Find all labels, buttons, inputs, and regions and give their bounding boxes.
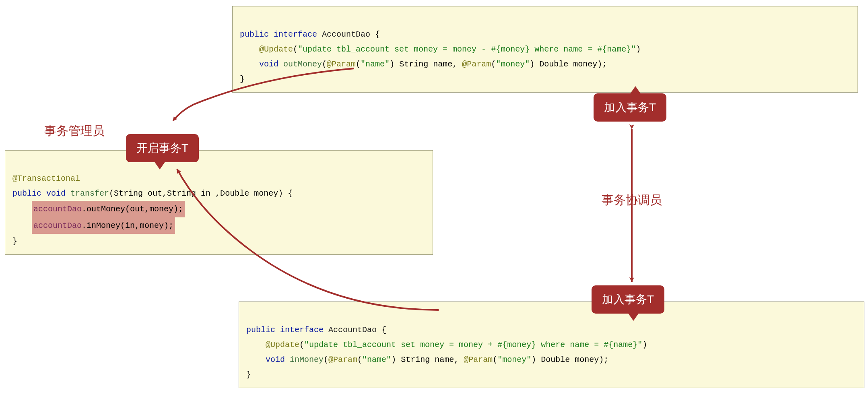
paren: ( [322, 60, 327, 69]
anno-update: @Update [259, 45, 293, 54]
paren: ( [299, 340, 304, 349]
kw-public: public [12, 189, 41, 198]
label-transaction-coordinator: 事务协调员 [602, 192, 662, 209]
paren: ( [324, 355, 328, 364]
class-name: AccountDao [328, 325, 377, 335]
paren: ) [642, 340, 647, 349]
comma: , [452, 60, 457, 69]
paren: ) [636, 45, 641, 54]
type: String [399, 60, 428, 69]
paren: ) [530, 60, 534, 69]
call-inmoney: accountDao.inMoney(in,money); [32, 217, 175, 234]
kw-public: public [246, 325, 275, 335]
method-outmoney: outMoney [283, 60, 322, 69]
brace: { [381, 325, 386, 335]
args: (String out,String in ,Double money) { [109, 189, 293, 198]
call: .outMoney(out,money); [82, 204, 183, 214]
paren: ( [491, 60, 496, 69]
class-name: AccountDao [322, 30, 370, 39]
anno-update: @Update [266, 340, 299, 349]
kw-void: void [46, 189, 66, 198]
anno-param: @Param [327, 60, 356, 69]
comma: , [454, 355, 459, 364]
member: accountDao [33, 221, 82, 230]
call-outmoney: accountDao.outMoney(out,money); [32, 201, 185, 217]
badge-join-transaction-1: 加入事务T [594, 93, 666, 122]
paren: ); [599, 355, 608, 364]
param-name: money [575, 355, 599, 364]
paren: ( [356, 60, 361, 69]
anno-transactional: @Transactional [12, 174, 80, 183]
param-str: "name" [362, 355, 391, 364]
anno-param: @Param [462, 60, 491, 69]
type: Double [539, 60, 568, 69]
sql-string: "update tbl_account set money = money - … [298, 45, 636, 54]
label-transaction-manager: 事务管理员 [44, 123, 105, 139]
paren: ( [493, 355, 497, 364]
brace: { [375, 30, 380, 39]
kw-public: public [240, 30, 269, 39]
param-str: "money" [497, 355, 531, 364]
brace: } [246, 370, 251, 379]
type: String [401, 355, 430, 364]
anno-param: @Param [464, 355, 493, 364]
kw-interface: interface [274, 30, 317, 39]
paren: ) [531, 355, 536, 364]
paren: ) [391, 355, 396, 364]
method-transfer: transfer [70, 189, 109, 198]
brace: } [12, 237, 17, 246]
member: accountDao [33, 204, 82, 214]
kw-void: void [266, 355, 285, 364]
paren: ( [357, 355, 362, 364]
param-str: "name" [361, 60, 390, 69]
code-box-transfer: @Transactional public void transfer(Stri… [5, 150, 433, 255]
call: .inMoney(in,money); [82, 221, 173, 230]
kw-void: void [259, 60, 278, 69]
paren: ); [597, 60, 607, 69]
param-name: name [435, 355, 454, 364]
method-inmoney: inMoney [290, 355, 324, 364]
sql-string: "update tbl_account set money = money + … [304, 340, 642, 349]
kw-interface: interface [280, 325, 324, 335]
type: Double [541, 355, 570, 364]
paren: ) [390, 60, 394, 69]
badge-join-transaction-2: 加入事务T [592, 285, 664, 314]
code-box-outmoney: public interface AccountDao { @Update("u… [232, 6, 858, 93]
paren: ( [293, 45, 298, 54]
brace: } [240, 74, 245, 84]
code-box-inmoney: public interface AccountDao { @Update("u… [239, 302, 864, 388]
param-name: name [433, 60, 452, 69]
param-name: money [573, 60, 597, 69]
anno-param: @Param [328, 355, 357, 364]
param-str: "money" [496, 60, 530, 69]
badge-open-transaction: 开启事务T [126, 134, 199, 162]
